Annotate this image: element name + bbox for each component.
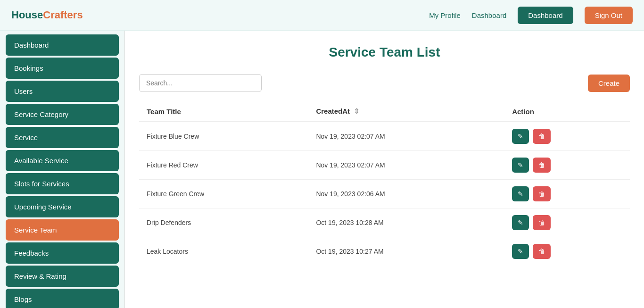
created-at-cell: Nov 19, 2023 02:07 AM	[308, 151, 504, 180]
dashboard-button[interactable]: Dashboard	[518, 7, 573, 24]
logo: HouseCrafters	[11, 9, 83, 21]
table-row: Fixture Red CrewNov 19, 2023 02:07 AM✎🗑	[139, 151, 630, 180]
team-title-cell: Fixture Red Crew	[139, 151, 308, 180]
col-created-at[interactable]: CreatedAt ⇕	[308, 101, 504, 122]
edit-button[interactable]: ✎	[512, 158, 529, 173]
signout-button[interactable]: Sign Out	[585, 7, 633, 24]
edit-button[interactable]: ✎	[512, 215, 529, 230]
action-cell: ✎🗑	[504, 208, 630, 237]
action-buttons: ✎🗑	[512, 244, 622, 259]
table-body: Fixture Blue CrewNov 19, 2023 02:07 AM✎🗑…	[139, 122, 630, 266]
sidebar-item-service-category[interactable]: Service Category	[6, 104, 119, 125]
table-row: Fixture Green CrewNov 19, 2023 02:06 AM✎…	[139, 180, 630, 208]
page-title: Service Team List	[139, 45, 630, 60]
delete-button[interactable]: 🗑	[533, 215, 551, 230]
created-at-cell: Oct 19, 2023 10:27 AM	[308, 237, 504, 266]
col-team-title: Team Title	[139, 101, 308, 122]
header: HouseCrafters My Profile Dashboard Dashb…	[0, 0, 644, 31]
table-header-row: Team TitleCreatedAt ⇕Action	[139, 101, 630, 122]
sidebar-item-service-team[interactable]: Service Team	[6, 219, 119, 241]
table-row: Leak LocatorsOct 19, 2023 10:27 AM✎🗑	[139, 237, 630, 266]
action-cell: ✎🗑	[504, 237, 630, 266]
created-at-cell: Oct 19, 2023 10:28 AM	[308, 208, 504, 237]
delete-button[interactable]: 🗑	[533, 158, 551, 173]
toolbar: Create	[139, 74, 630, 92]
logo-house: House	[11, 9, 43, 21]
sort-icon-created-at: ⇕	[352, 107, 360, 115]
action-cell: ✎🗑	[504, 122, 630, 151]
service-team-table: Team TitleCreatedAt ⇕Action Fixture Blue…	[139, 101, 630, 266]
sidebar-item-blogs[interactable]: Blogs	[6, 289, 119, 308]
sidebar-item-dashboard[interactable]: Dashboard	[6, 34, 119, 56]
create-button[interactable]: Create	[588, 75, 630, 92]
team-title-cell: Fixture Green Crew	[139, 180, 308, 208]
action-cell: ✎🗑	[504, 180, 630, 208]
sidebar: DashboardBookingsUsersService CategorySe…	[0, 31, 125, 308]
team-title-cell: Fixture Blue Crew	[139, 122, 308, 151]
table-head: Team TitleCreatedAt ⇕Action	[139, 101, 630, 122]
table-row: Fixture Blue CrewNov 19, 2023 02:07 AM✎🗑	[139, 122, 630, 151]
action-buttons: ✎🗑	[512, 129, 622, 144]
header-nav: My Profile Dashboard Dashboard Sign Out	[429, 7, 633, 24]
dashboard-link[interactable]: Dashboard	[472, 11, 506, 19]
layout: DashboardBookingsUsersService CategorySe…	[0, 31, 644, 308]
action-buttons: ✎🗑	[512, 158, 622, 173]
delete-button[interactable]: 🗑	[533, 129, 551, 144]
delete-button[interactable]: 🗑	[533, 186, 551, 201]
action-buttons: ✎🗑	[512, 186, 622, 201]
edit-button[interactable]: ✎	[512, 244, 529, 259]
sidebar-item-review-rating[interactable]: Review & Rating	[6, 266, 119, 287]
sidebar-item-available-service[interactable]: Available Service	[6, 150, 119, 171]
col-action: Action	[504, 101, 630, 122]
sidebar-item-bookings[interactable]: Bookings	[6, 58, 119, 79]
edit-button[interactable]: ✎	[512, 129, 529, 144]
action-buttons: ✎🗑	[512, 215, 622, 230]
main-content: Service Team List Create Team TitleCreat…	[125, 31, 644, 308]
table-row: Drip DefendersOct 19, 2023 10:28 AM✎🗑	[139, 208, 630, 237]
action-cell: ✎🗑	[504, 151, 630, 180]
sidebar-item-service[interactable]: Service	[6, 127, 119, 148]
my-profile-link[interactable]: My Profile	[429, 11, 461, 19]
sidebar-item-users[interactable]: Users	[6, 81, 119, 102]
sidebar-item-slots-for-services[interactable]: Slots for Services	[6, 173, 119, 194]
delete-button[interactable]: 🗑	[533, 244, 551, 259]
sidebar-item-upcoming-service[interactable]: Upcoming Service	[6, 196, 119, 217]
team-title-cell: Leak Locators	[139, 237, 308, 266]
created-at-cell: Nov 19, 2023 02:07 AM	[308, 122, 504, 151]
sidebar-item-feedbacks[interactable]: Feedbacks	[6, 242, 119, 264]
search-input[interactable]	[139, 74, 262, 92]
created-at-cell: Nov 19, 2023 02:06 AM	[308, 180, 504, 208]
edit-button[interactable]: ✎	[512, 186, 529, 201]
team-title-cell: Drip Defenders	[139, 208, 308, 237]
logo-crafters: Crafters	[43, 9, 83, 21]
